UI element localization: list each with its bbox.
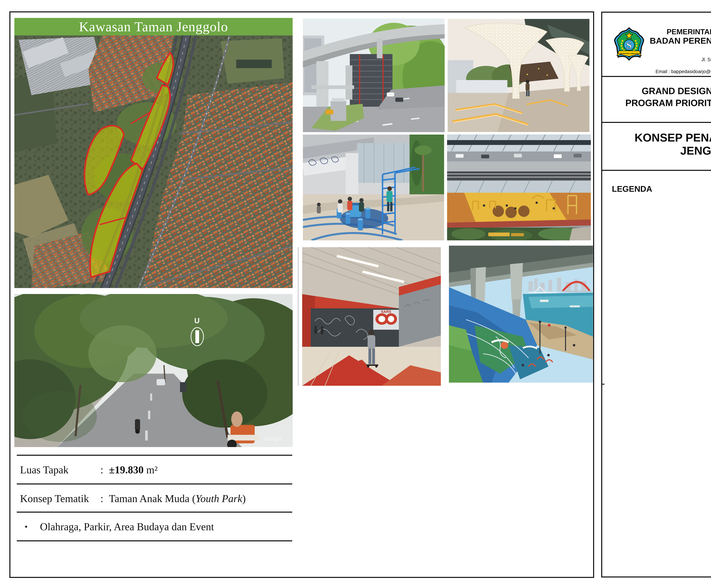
site-area-colon: : xyxy=(101,464,109,476)
rule-1 xyxy=(17,455,292,456)
sheet-category-title: GRAND DESIGN / MASTERPLAN PROGRAM PRIORI… xyxy=(602,85,711,109)
rp-tick-left xyxy=(602,384,604,384)
reference-photo-canopy-plaza xyxy=(448,19,589,132)
satellite-map-graphic xyxy=(14,36,293,288)
svg-text:U: U xyxy=(194,316,200,325)
site-area-row: Luas Tapak : ±19.830 m² xyxy=(14,461,293,478)
street-view-photo: U Google xyxy=(14,294,293,447)
reference-photo-flyover-playground xyxy=(303,134,444,240)
grand-design-line2: PROGRAM PRIORITAS PEMBANGUNAN xyxy=(602,97,711,109)
svg-text:SARS: SARS xyxy=(381,310,391,314)
rule-3 xyxy=(17,511,292,512)
reference-photo-riverside-park xyxy=(449,246,593,383)
legend-heading: LEGENDA xyxy=(612,184,652,194)
bullet-icon: • xyxy=(14,522,40,532)
agency-name: BADAN PERENCANAAN PEMBANGUNAN DAERAH xyxy=(648,36,711,56)
rule-2 xyxy=(17,483,292,484)
reference-photo-overpass xyxy=(303,19,445,132)
reference-photo-aerial-sportzone xyxy=(447,134,591,240)
watermark: Google xyxy=(265,436,282,442)
reference-photo-skatepark: SARS xyxy=(302,247,441,386)
agency-email: Email : bappedasidoarjo@gmail.com xyxy=(655,68,711,75)
street-view-graphic: U Google xyxy=(14,294,293,447)
rule-4 xyxy=(17,540,292,541)
grand-design-line1: GRAND DESIGN / MASTERPLAN xyxy=(602,85,711,97)
sidoarjo-crest-logo: S KABUPATEN SIDOARJO xyxy=(613,27,645,61)
sheet-title: KONSEP PENATAAN TAMAN JENGGOLO xyxy=(602,131,711,157)
site-area-value: ±19.830 m² xyxy=(109,464,157,476)
rp-divider-3 xyxy=(602,170,711,171)
svg-text:S: S xyxy=(626,40,632,51)
map-title: Kawasan Taman Jenggolo xyxy=(79,19,228,35)
rp-divider-2 xyxy=(602,122,711,123)
theme-colon: : xyxy=(101,492,109,505)
theme-row: Konsep Tematik : Taman Anak Muda (Youth … xyxy=(14,490,293,507)
site-area-label: Luas Tapak xyxy=(14,464,101,476)
agency-contact-row: Email : bappedasidoarjo@gmail.com Websit… xyxy=(655,68,711,75)
satellite-map xyxy=(14,36,293,288)
divider-streak xyxy=(298,247,299,386)
masterplan-sheet: { "page": { "map_title": "Kawasan Taman … xyxy=(0,0,711,588)
agency-header: PEMERINTAH KABUPATEN SIDOARJO BADAN PERE… xyxy=(648,27,711,75)
rp-divider-1 xyxy=(602,76,711,77)
program-text: Olahraga, Parkir, Area Budaya dan Event xyxy=(40,521,214,533)
theme-label: Konsep Tematik xyxy=(14,492,101,505)
map-title-bar: Kawasan Taman Jenggolo xyxy=(14,18,293,36)
agency-government: PEMERINTAH KABUPATEN SIDOARJO xyxy=(667,27,711,36)
agency-address: Jl. Sultan Agung no. 13 Sidoarjo xyxy=(702,57,711,63)
theme-value: Taman Anak Muda (Youth Park) xyxy=(109,492,246,505)
svg-text:KABUPATEN SIDOARJO: KABUPATEN SIDOARJO xyxy=(618,52,641,55)
program-row: • Olahraga, Parkir, Area Budaya dan Even… xyxy=(14,518,293,535)
